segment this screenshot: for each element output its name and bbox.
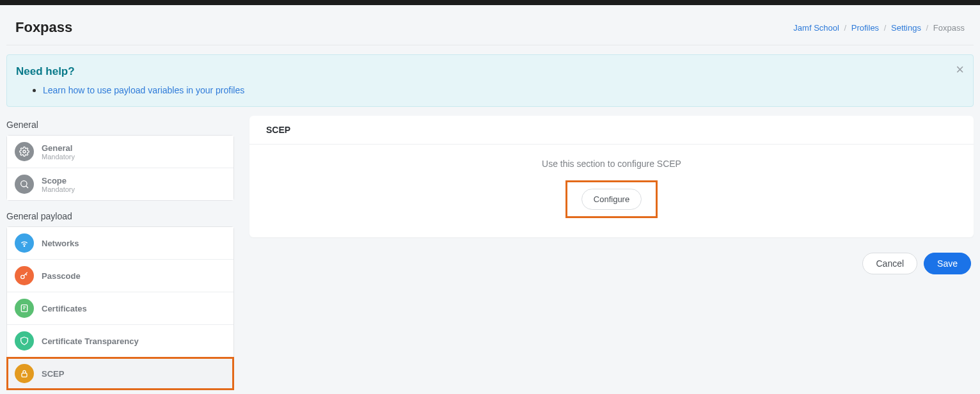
sidebar-section-general: General [6, 120, 234, 130]
breadcrumb-separator: / [842, 23, 850, 33]
page-header: Foxpass Jamf School / Profiles / Setting… [6, 5, 974, 45]
sidebar-item-label: Passcode [42, 271, 81, 281]
close-icon[interactable]: × [956, 61, 964, 78]
svg-point-1 [21, 181, 27, 187]
alert-title: Need help? [16, 65, 961, 78]
wifi-icon [15, 233, 34, 253]
svg-point-3 [24, 246, 24, 246]
sidebar-item-label: SCEP [42, 369, 64, 379]
save-button[interactable]: Save [924, 253, 971, 274]
scep-card: SCEP Use this section to configure SCEP … [249, 116, 974, 237]
card-title: SCEP [249, 116, 974, 145]
sidebar-item-label: General [42, 143, 75, 153]
sidebar-item-general[interactable]: General Mandatory [7, 136, 233, 168]
action-row: Cancel Save [249, 253, 974, 274]
breadcrumb-current: Foxpass [933, 23, 965, 33]
breadcrumb-link-settings[interactable]: Settings [891, 23, 921, 33]
sidebar-item-scope[interactable]: Scope Mandatory [7, 168, 233, 200]
sidebar-section-payload: General payload [6, 211, 234, 221]
sidebar-general-list: General Mandatory Scope Mandatory [6, 135, 234, 201]
cancel-button[interactable]: Cancel [862, 253, 917, 274]
scope-icon [15, 175, 34, 194]
svg-rect-6 [22, 373, 27, 377]
svg-point-0 [23, 150, 26, 153]
configure-button[interactable]: Configure [581, 189, 642, 210]
sidebar-item-scep[interactable]: SCEP [7, 358, 233, 390]
sidebar-item-label: Scope [42, 176, 75, 185]
lock-icon [15, 364, 34, 383]
breadcrumb-separator: / [924, 23, 931, 33]
breadcrumb: Jamf School / Profiles / Settings / Foxp… [793, 23, 965, 33]
sidebar: General General Mandatory [6, 116, 234, 390]
sidebar-item-certificate-transparency[interactable]: Certificate Transparency [7, 325, 233, 358]
help-link[interactable]: Learn how to use payload variables in yo… [43, 85, 244, 95]
sidebar-item-sublabel: Mandatory [42, 185, 75, 193]
gear-icon [15, 142, 34, 161]
sidebar-item-networks[interactable]: Networks [7, 227, 233, 260]
page-title: Foxpass [15, 19, 72, 36]
breadcrumb-link-jamf-school[interactable]: Jamf School [793, 23, 839, 33]
sidebar-item-sublabel: Mandatory [42, 153, 75, 161]
help-alert: × Need help? Learn how to use payload va… [6, 54, 974, 107]
breadcrumb-separator: / [881, 23, 889, 33]
breadcrumb-link-profiles[interactable]: Profiles [851, 23, 879, 33]
card-description: Use this section to configure SCEP [266, 159, 957, 169]
window-topbar [0, 0, 980, 5]
sidebar-item-label: Networks [42, 239, 79, 248]
certificate-icon [15, 299, 34, 318]
sidebar-item-label: Certificate Transparency [42, 336, 139, 346]
configure-highlight: Configure [565, 180, 658, 218]
key-icon [15, 266, 34, 285]
sidebar-item-label: Certificates [42, 304, 87, 313]
main-panel: SCEP Use this section to configure SCEP … [249, 116, 974, 274]
sidebar-item-passcode[interactable]: Passcode [7, 260, 233, 292]
svg-line-2 [26, 186, 28, 188]
sidebar-item-certificates[interactable]: Certificates [7, 292, 233, 325]
shield-icon [15, 331, 34, 351]
sidebar-payload-list: Networks Passcode Certif [6, 226, 234, 390]
